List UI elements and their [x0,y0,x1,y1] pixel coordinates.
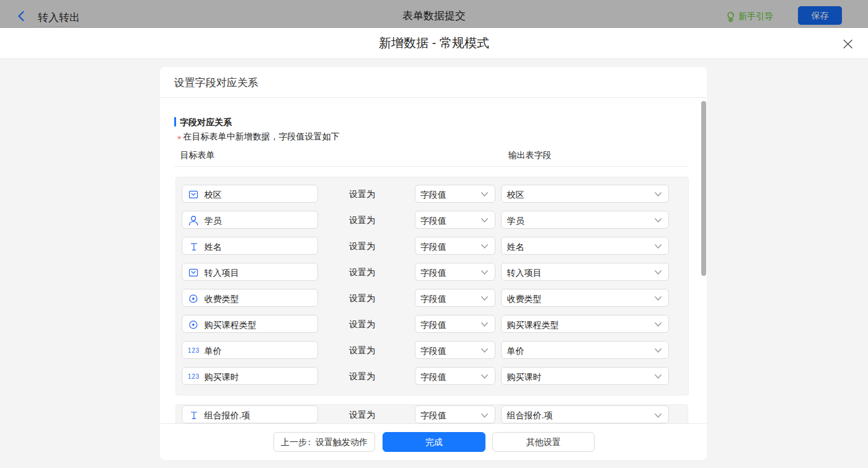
svg-text:123: 123 [188,347,200,354]
svg-text:123: 123 [188,373,200,380]
